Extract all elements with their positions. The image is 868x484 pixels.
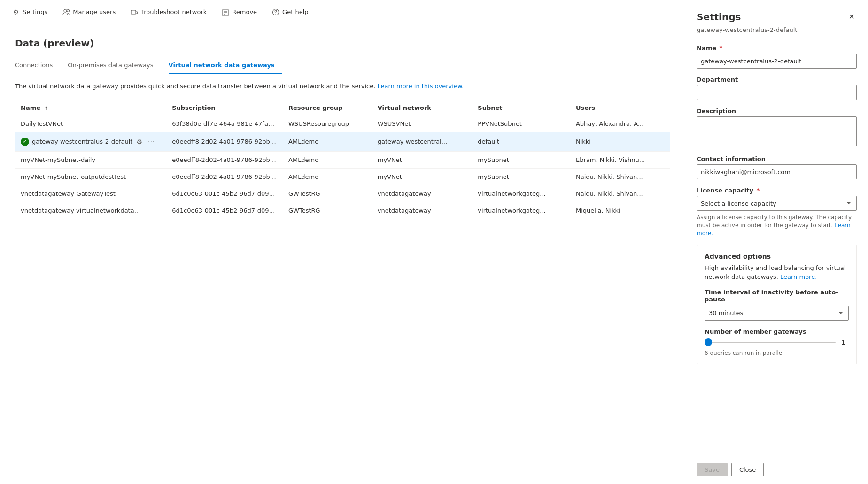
table-cell: AMLdemo	[283, 168, 372, 185]
table-cell: gateway-westcentral...	[372, 132, 473, 151]
name-label: Name *	[697, 45, 857, 52]
cell-name: myVNet-mySubnet-outputdesttest	[15, 168, 166, 185]
settings-panel: Settings ✕ gateway-westcentralus-2-defau…	[685, 0, 868, 484]
time-interval-select[interactable]: 30 minutes 15 minutes 1 hour 2 hours	[705, 306, 849, 321]
table-cell: AMLdemo	[283, 151, 372, 168]
tab-on-premises[interactable]: On-premises data gateways	[68, 58, 161, 74]
table-cell: default	[472, 132, 570, 151]
table-cell: GWTestRG	[283, 185, 372, 202]
svg-point-0	[64, 9, 67, 12]
license-required: *	[757, 187, 760, 194]
contact-label: Contact information	[697, 155, 857, 162]
manage-users-icon	[62, 8, 70, 16]
table-cell: Abhay, Alexandra, A...	[570, 115, 670, 132]
department-field-group: Department	[697, 76, 857, 100]
license-label: License capacity *	[697, 187, 857, 194]
table-cell: Nikki	[570, 132, 670, 151]
row-more-button[interactable]: ···	[147, 137, 155, 146]
troubleshoot-icon	[131, 8, 138, 16]
table-cell: PPVNetSubnet	[472, 115, 570, 132]
svg-point-8	[275, 14, 276, 15]
cell-name: DailyTestVNet	[15, 115, 166, 132]
name-input[interactable]	[697, 54, 857, 69]
panel-footer: Save Close	[685, 455, 868, 484]
table-cell: myVNet	[372, 151, 473, 168]
toolbar-manage-users[interactable]: Manage users	[60, 7, 118, 18]
toolbar-remove-label: Remove	[232, 8, 257, 15]
description-input[interactable]	[697, 116, 857, 146]
toolbar-remove[interactable]: Remove	[219, 7, 260, 18]
main-content: ⚙ Settings Manage users Troubleshoot net…	[0, 0, 685, 484]
cell-name: vnetdatagateway-GatewayTest	[15, 185, 166, 202]
cell-name: ✓gateway-westcentralus-2-default⚙···	[15, 132, 166, 151]
table-cell: e0eedff8-2d02-4a01-9786-92bb0e0cb...	[166, 168, 283, 185]
table-cell: virtualnetworkgateg...	[472, 202, 570, 219]
contact-field-group: Contact information	[697, 155, 857, 179]
parallel-info: 6 queries can run in parallel	[705, 350, 849, 356]
table-row[interactable]: vnetdatagateway-GatewayTest6d1c0e63-001c…	[15, 185, 670, 202]
table-row[interactable]: ✓gateway-westcentralus-2-default⚙···e0ee…	[15, 132, 670, 151]
description-field-group: Description	[697, 108, 857, 148]
toolbar: ⚙ Settings Manage users Troubleshoot net…	[0, 0, 685, 24]
toolbar-troubleshoot[interactable]: Troubleshoot network	[128, 7, 209, 18]
table-row[interactable]: myVNet-mySubnet-dailye0eedff8-2d02-4a01-…	[15, 151, 670, 168]
cell-name: myVNet-mySubnet-daily	[15, 151, 166, 168]
col-resource-group: Resource group	[283, 100, 372, 115]
advanced-learn-more-link[interactable]: Learn more.	[780, 273, 817, 280]
table-cell: 6d1c0e63-001c-45b2-96d7-d092e94c8...	[166, 185, 283, 202]
close-button-footer[interactable]: Close	[731, 463, 764, 476]
panel-subtitle: gateway-westcentralus-2-default	[685, 24, 868, 41]
save-button[interactable]: Save	[697, 463, 728, 476]
table-cell: Miquella, Nikki	[570, 202, 670, 219]
toolbar-settings-label: Settings	[23, 8, 47, 15]
page-body: Data (preview) Connections On-premises d…	[0, 24, 685, 484]
tab-bar: Connections On-premises data gateways Vi…	[15, 57, 670, 74]
department-label: Department	[697, 76, 857, 83]
member-gateways-slider[interactable]	[705, 342, 836, 343]
tab-connections[interactable]: Connections	[15, 58, 60, 74]
table-cell: AMLdemo	[283, 132, 372, 151]
col-subnet: Subnet	[472, 100, 570, 115]
table-cell: vnetdatagateway	[372, 185, 473, 202]
learn-more-link[interactable]: Learn more in this overview.	[378, 83, 464, 90]
advanced-options-box: Advanced options High availability and l…	[697, 245, 857, 364]
table-cell: mySubnet	[472, 168, 570, 185]
selected-icon: ✓	[21, 138, 29, 146]
close-button[interactable]: ✕	[847, 11, 857, 23]
toolbar-troubleshoot-label: Troubleshoot network	[141, 8, 207, 15]
gateways-table: Name ↑ Subscription Resource group Virtu…	[15, 100, 670, 219]
row-gear-button[interactable]: ⚙	[135, 137, 143, 146]
table-row[interactable]: DailyTestVNet63f38d0e-df7e-464a-981e-47f…	[15, 115, 670, 132]
table-cell: myVNet	[372, 168, 473, 185]
license-select-wrapper: Select a license capacity	[697, 196, 857, 211]
name-field-group: Name *	[697, 45, 857, 69]
contact-input[interactable]	[697, 164, 857, 179]
table-cell: WSUSResouregroup	[283, 115, 372, 132]
table-cell: e0eedff8-2d02-4a01-9786-92bb0e0cb...	[166, 132, 283, 151]
table-cell: WSUSVNet	[372, 115, 473, 132]
toolbar-settings[interactable]: ⚙ Settings	[9, 7, 50, 18]
panel-title: Settings	[697, 11, 741, 23]
table-cell: Ebram, Nikki, Vishnu...	[570, 151, 670, 168]
slider-container: 1	[705, 339, 849, 346]
tab-virtual-network[interactable]: Virtual network data gateways	[169, 58, 282, 74]
table-header-row: Name ↑ Subscription Resource group Virtu…	[15, 100, 670, 115]
table-cell: mySubnet	[472, 151, 570, 168]
toolbar-get-help[interactable]: Get help	[269, 7, 311, 18]
table-row[interactable]: vnetdatagateway-virtualnetworkdata...6d1…	[15, 202, 670, 219]
col-users: Users	[570, 100, 670, 115]
time-interval-label: Time interval of inactivity before auto-…	[705, 289, 849, 303]
license-field-group: License capacity * Select a license capa…	[697, 187, 857, 237]
help-icon	[272, 8, 279, 16]
svg-rect-2	[131, 10, 136, 14]
member-gateways-label: Number of member gateways	[705, 328, 849, 335]
panel-header: Settings ✕	[685, 0, 868, 23]
time-interval-select-wrapper: 30 minutes 15 minutes 1 hour 2 hours	[705, 306, 849, 321]
license-select[interactable]: Select a license capacity	[697, 196, 857, 211]
department-input[interactable]	[697, 85, 857, 100]
col-virtual-network: Virtual network	[372, 100, 473, 115]
settings-icon: ⚙	[12, 8, 20, 16]
toolbar-manage-users-label: Manage users	[73, 8, 116, 15]
table-row[interactable]: myVNet-mySubnet-outputdestteste0eedff8-2…	[15, 168, 670, 185]
license-help-text: Assign a license capacity to this gatewa…	[697, 214, 857, 237]
